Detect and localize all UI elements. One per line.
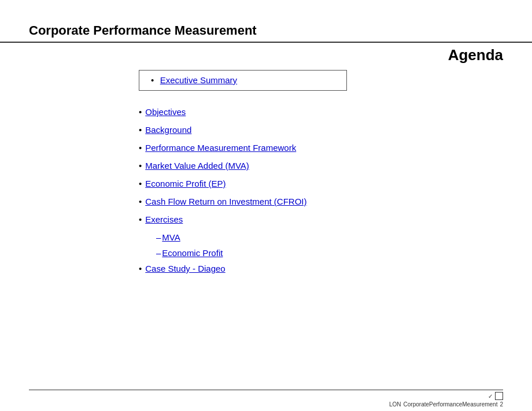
page-container: Corporate Performance Measurement Agenda… (0, 0, 532, 411)
bullet-icon: • (139, 161, 142, 171)
footer: ✓ LON CorporatePerformanceMeasurement 2 (0, 390, 532, 411)
list-item: • Case Study - Diageo (139, 264, 503, 273)
bullet-icon: • (139, 197, 142, 206)
list-item: • Cash Flow Return on Investment (CFROI) (139, 197, 503, 206)
footer-page: 2 (500, 401, 503, 408)
case-study-link[interactable]: Case Study - Diageo (145, 264, 225, 273)
footer-filename: CorporatePerformanceMeasurement (404, 401, 498, 408)
dash-icon: – (156, 232, 161, 242)
bullet-icon: • (151, 75, 154, 85)
list-item: • Performance Measurement Framework (139, 143, 503, 153)
list-item: • Economic Profit (EP) (139, 179, 503, 188)
header: Corporate Performance Measurement (0, 0, 532, 43)
footer-location: LON (389, 401, 401, 408)
checkmark-icon: ✓ (488, 393, 493, 399)
cfroi-link[interactable]: Cash Flow Return on Investment (CFROI) (145, 197, 306, 206)
footer-meta: LON CorporatePerformanceMeasurement 2 (0, 400, 532, 411)
page-title: Corporate Performance Measurement (29, 23, 257, 38)
footer-box (495, 392, 503, 400)
list-item: – MVA (139, 232, 503, 242)
list-item: • Objectives (139, 107, 503, 117)
list-item: • Market Value Added (MVA) (139, 161, 503, 171)
bullet-icon: • (139, 264, 142, 273)
mva-link[interactable]: Market Value Added (MVA) (145, 161, 249, 171)
bullet-icon: • (139, 214, 142, 224)
agenda-label: Agenda (0, 43, 532, 64)
list-item: – Economic Profit (139, 248, 503, 258)
background-link[interactable]: Background (145, 125, 191, 135)
economic-profit-link[interactable]: Economic Profit (EP) (145, 179, 226, 188)
bullet-icon: • (139, 125, 142, 135)
list-item: • Background (139, 125, 503, 135)
objectives-link[interactable]: Objectives (145, 107, 186, 117)
executive-summary-link[interactable]: Executive Summary (160, 75, 237, 85)
performance-framework-link[interactable]: Performance Measurement Framework (145, 143, 296, 153)
mva-sub-link[interactable]: MVA (162, 232, 180, 242)
list-item: • Executive Summary (139, 70, 503, 99)
bullet-icon: • (139, 143, 142, 153)
dash-icon: – (156, 248, 161, 258)
bullet-icon: • (139, 107, 142, 117)
economic-profit-sub-link[interactable]: Economic Profit (162, 248, 223, 258)
exercises-link[interactable]: Exercises (145, 214, 183, 224)
content-area: • Executive Summary • Objectives • Backg… (0, 70, 532, 273)
executive-summary-box: • Executive Summary (139, 70, 347, 91)
bullet-icon: • (139, 179, 142, 188)
list-item: • Exercises (139, 214, 503, 224)
